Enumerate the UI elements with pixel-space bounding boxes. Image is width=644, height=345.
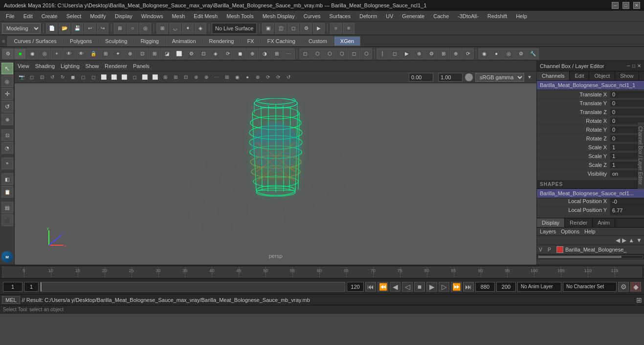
menu-create[interactable]: Create [38, 12, 62, 20]
tool23-btn[interactable]: ⋯ [283, 48, 295, 59]
vp-icon10[interactable]: ◻ [130, 72, 139, 82]
soft-mod-tool[interactable]: ◔ [1, 142, 13, 154]
tab-curves-surfaces[interactable]: Curves / Surfaces [7, 36, 63, 46]
vp-icon25[interactable]: ↺ [284, 72, 293, 82]
layer-arrow-left[interactable]: ◀ [616, 237, 620, 244]
tool1-btn[interactable]: ■ [14, 48, 26, 59]
channel-scale-x[interactable]: Scale X 1 [537, 143, 644, 152]
render-btn[interactable]: ▣ [262, 23, 274, 34]
channel-translate-z[interactable]: Translate Z 0 [537, 108, 644, 116]
tab-polygons[interactable]: Polygons [64, 36, 98, 46]
panel-close-btn[interactable]: ✕ [637, 63, 641, 69]
next-frame-btn[interactable]: ▷ [439, 282, 449, 292]
vp-icon7[interactable]: ⬜ [99, 72, 109, 82]
layer-arrow-down[interactable]: ▼ [636, 237, 642, 244]
channel-scale-y[interactable]: Scale Y 1 [537, 152, 644, 161]
display-layer-btn[interactable]: ≡ [343, 23, 355, 34]
lasso-btn[interactable]: ○ [127, 23, 138, 34]
menu-select[interactable]: Select [63, 12, 86, 20]
channel-rotate-y[interactable]: Rotate Y 0 [537, 125, 644, 134]
range-end-input[interactable] [475, 282, 495, 292]
tab-animation[interactable]: Animation [166, 36, 202, 46]
ipr-btn[interactable]: ◫ [275, 23, 287, 34]
tool32-btn[interactable]: ▶ [401, 48, 413, 59]
step-back-btn[interactable]: ⏪ [378, 282, 388, 292]
disp-tab-display[interactable]: Display [537, 218, 565, 227]
tab-fx[interactable]: FX [241, 36, 260, 46]
tool41-btn[interactable]: ⚙ [515, 48, 527, 59]
tab-xgen[interactable]: XGen [334, 36, 360, 46]
local-pos-y[interactable]: Local Position Y 6.77 [537, 207, 644, 216]
menu-mesh-display[interactable]: Mesh Display [259, 12, 299, 20]
panel-min-btn[interactable]: ─ [627, 63, 630, 69]
tab-fx-caching[interactable]: FX Caching [261, 36, 301, 46]
layers-menu-help[interactable]: Help [584, 229, 596, 234]
channel-scale-z[interactable]: Scale Z 1 [537, 161, 644, 169]
panels-menu[interactable]: Panels [133, 63, 150, 69]
new-scene-btn[interactable]: 📄 [46, 23, 58, 34]
menu-display[interactable]: Display [111, 12, 136, 20]
film-btn[interactable]: ◻ [27, 72, 37, 82]
select-tool[interactable]: ↖ [1, 63, 13, 74]
vp-icon16[interactable]: ⊕ [191, 72, 201, 82]
layer-arrow-up[interactable]: ▲ [628, 237, 634, 244]
vp-icon1[interactable]: ⊡ [37, 72, 47, 82]
tool2-btn[interactable]: ◉ [26, 48, 38, 59]
snap-together-btn[interactable]: ◧ [1, 173, 13, 185]
quick-layout-btn[interactable]: ⬛ [1, 214, 13, 226]
snap-grid-btn[interactable]: ⊞ [156, 23, 168, 34]
vp-icon6[interactable]: ◻ [89, 72, 98, 82]
tool10-btn[interactable]: ⊕ [124, 48, 136, 59]
local-pos-x[interactable]: Local Position X -0 [537, 198, 644, 207]
tool37-btn[interactable]: ⟳ [462, 48, 474, 59]
frame-slider[interactable] [40, 282, 345, 292]
viewport-field2[interactable] [438, 73, 463, 82]
maximize-button[interactable]: □ [622, 2, 629, 9]
tool6-btn[interactable]: 👁 [75, 48, 87, 59]
frame-current-input[interactable] [24, 282, 39, 292]
cb-tab-show[interactable]: Show [615, 71, 639, 80]
tool28-btn[interactable]: ◻ [348, 48, 360, 59]
tool3-btn[interactable]: ◎ [39, 48, 50, 59]
tool25-btn[interactable]: ⬡ [311, 48, 323, 59]
play-back-btn[interactable]: ◁ [402, 282, 413, 292]
vp-icon19[interactable]: ⊞ [222, 72, 232, 82]
layers-menu-layers[interactable]: Layers [540, 229, 556, 234]
tab-sculpting[interactable]: Sculpting [99, 36, 133, 46]
attribute-editor-tab[interactable]: Channel Box / Layer Editor [637, 122, 644, 189]
disp-tab-anim[interactable]: Anim [593, 218, 615, 227]
menu-windows[interactable]: Windows [137, 12, 167, 20]
menu-help[interactable]: Help [512, 12, 531, 20]
stop-btn[interactable]: ■ [414, 282, 425, 292]
rotate-tool[interactable]: ↺ [1, 101, 13, 113]
channel-rotate-x[interactable]: Rotate X 0 [537, 116, 644, 125]
render-settings-btn[interactable]: ⚙ [300, 23, 312, 34]
tool20-btn[interactable]: ⊕ [246, 48, 258, 59]
vp-icon20[interactable]: ◉ [232, 72, 242, 82]
tool12-btn[interactable]: ⊞ [149, 48, 160, 59]
cb-tab-channels[interactable]: Channels [537, 71, 570, 80]
panel-float-btn[interactable]: □ [632, 63, 635, 69]
menu-surfaces[interactable]: Surfaces [326, 12, 355, 20]
prev-frame-btn[interactable]: ◀ [390, 282, 400, 292]
redo-btn[interactable]: ↪ [97, 23, 109, 34]
vp-icon8[interactable]: ⬜ [109, 72, 119, 82]
snap-curve-btn[interactable]: ◡ [169, 23, 181, 34]
tool40-btn[interactable]: ◎ [503, 48, 514, 59]
skip-start-btn[interactable]: ⏮ [365, 282, 376, 292]
channel-rotate-z[interactable]: Rotate Z 0 [537, 134, 644, 143]
paint-select-btn[interactable]: ◎ [139, 23, 151, 34]
universal-manip-tool[interactable]: ⊡ [1, 129, 13, 141]
tool42-btn[interactable]: 🔧 [527, 48, 539, 59]
tool30-btn[interactable]: | [377, 48, 388, 59]
vp-icon13[interactable]: ⊞ [160, 72, 170, 82]
tool31-btn[interactable]: ◻ [389, 48, 400, 59]
channel-translate-y[interactable]: Translate Y 0 [537, 99, 644, 108]
tool21-btn[interactable]: ◑ [259, 48, 270, 59]
tool8-btn[interactable]: ⊞ [100, 48, 111, 59]
tool4-btn[interactable]: + [51, 48, 63, 59]
layers-menu-options[interactable]: Options [561, 229, 579, 234]
menu-edit[interactable]: Edit [20, 12, 37, 20]
vp-icon5[interactable]: ◻ [78, 72, 88, 82]
menu-redshift[interactable]: Redshift [484, 12, 511, 20]
